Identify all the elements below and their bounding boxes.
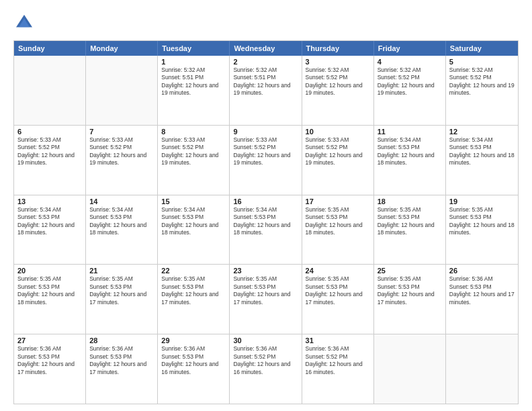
day-cell-25: 25Sunrise: 5:35 AM Sunset: 5:53 PM Dayli… [374, 265, 446, 334]
day-info: Sunrise: 5:35 AM Sunset: 5:53 PM Dayligh… [89, 275, 154, 306]
day-cell-1: 1Sunrise: 5:32 AM Sunset: 5:51 PM Daylig… [158, 56, 230, 125]
calendar: SundayMondayTuesdayWednesdayThursdayFrid… [13, 40, 519, 404]
header [13, 12, 519, 34]
header-day-sunday: Sunday [14, 41, 86, 56]
day-number: 23 [233, 267, 298, 275]
day-info: Sunrise: 5:34 AM Sunset: 5:53 PM Dayligh… [378, 136, 442, 167]
calendar-body: 1Sunrise: 5:32 AM Sunset: 5:51 PM Daylig… [14, 56, 518, 404]
day-info: Sunrise: 5:32 AM Sunset: 5:52 PM Dayligh… [449, 66, 515, 97]
header-day-monday: Monday [86, 41, 158, 56]
day-number: 16 [233, 197, 298, 205]
header-day-wednesday: Wednesday [230, 41, 302, 56]
day-cell-17: 17Sunrise: 5:35 AM Sunset: 5:53 PM Dayli… [302, 195, 374, 265]
day-cell-29: 29Sunrise: 5:36 AM Sunset: 5:53 PM Dayli… [158, 334, 230, 404]
empty-cell [446, 334, 518, 404]
day-number: 10 [306, 128, 370, 136]
header-day-friday: Friday [374, 41, 446, 56]
calendar-row-4: 27Sunrise: 5:36 AM Sunset: 5:53 PM Dayli… [14, 334, 518, 404]
day-info: Sunrise: 5:35 AM Sunset: 5:53 PM Dayligh… [306, 275, 370, 306]
day-info: Sunrise: 5:35 AM Sunset: 5:53 PM Dayligh… [306, 206, 370, 237]
day-cell-21: 21Sunrise: 5:35 AM Sunset: 5:53 PM Dayli… [86, 265, 158, 334]
header-day-thursday: Thursday [302, 41, 374, 56]
day-info: Sunrise: 5:35 AM Sunset: 5:53 PM Dayligh… [378, 275, 442, 306]
day-cell-18: 18Sunrise: 5:35 AM Sunset: 5:53 PM Dayli… [374, 195, 446, 265]
day-number: 11 [378, 128, 442, 136]
day-cell-10: 10Sunrise: 5:33 AM Sunset: 5:52 PM Dayli… [302, 126, 374, 195]
day-number: 12 [449, 128, 515, 136]
calendar-header: SundayMondayTuesdayWednesdayThursdayFrid… [14, 41, 518, 56]
day-cell-30: 30Sunrise: 5:36 AM Sunset: 5:52 PM Dayli… [230, 334, 302, 404]
day-info: Sunrise: 5:35 AM Sunset: 5:53 PM Dayligh… [449, 206, 515, 237]
header-day-saturday: Saturday [446, 41, 518, 56]
day-info: Sunrise: 5:34 AM Sunset: 5:53 PM Dayligh… [449, 136, 515, 167]
day-cell-2: 2Sunrise: 5:32 AM Sunset: 5:51 PM Daylig… [230, 56, 302, 125]
day-cell-22: 22Sunrise: 5:35 AM Sunset: 5:53 PM Dayli… [158, 265, 230, 334]
day-info: Sunrise: 5:36 AM Sunset: 5:53 PM Dayligh… [17, 345, 82, 376]
day-info: Sunrise: 5:33 AM Sunset: 5:52 PM Dayligh… [161, 136, 226, 167]
empty-cell [86, 56, 158, 125]
empty-cell [14, 56, 86, 125]
day-cell-9: 9Sunrise: 5:33 AM Sunset: 5:52 PM Daylig… [230, 126, 302, 195]
day-number: 29 [161, 336, 226, 345]
day-number: 31 [306, 336, 370, 345]
day-cell-5: 5Sunrise: 5:32 AM Sunset: 5:52 PM Daylig… [446, 56, 518, 125]
day-info: Sunrise: 5:34 AM Sunset: 5:53 PM Dayligh… [89, 206, 154, 237]
day-info: Sunrise: 5:36 AM Sunset: 5:53 PM Dayligh… [449, 275, 515, 306]
day-cell-20: 20Sunrise: 5:35 AM Sunset: 5:53 PM Dayli… [14, 265, 86, 334]
logo [13, 12, 38, 34]
day-number: 30 [233, 336, 298, 345]
empty-cell [374, 334, 446, 404]
day-cell-26: 26Sunrise: 5:36 AM Sunset: 5:53 PM Dayli… [446, 265, 518, 334]
day-info: Sunrise: 5:35 AM Sunset: 5:53 PM Dayligh… [233, 275, 298, 306]
day-info: Sunrise: 5:33 AM Sunset: 5:52 PM Dayligh… [306, 136, 370, 167]
calendar-row-3: 20Sunrise: 5:35 AM Sunset: 5:53 PM Dayli… [14, 264, 518, 334]
day-number: 27 [17, 336, 82, 345]
day-info: Sunrise: 5:32 AM Sunset: 5:51 PM Dayligh… [233, 66, 298, 97]
day-cell-14: 14Sunrise: 5:34 AM Sunset: 5:53 PM Dayli… [86, 195, 158, 265]
day-cell-15: 15Sunrise: 5:34 AM Sunset: 5:53 PM Dayli… [158, 195, 230, 265]
day-number: 18 [378, 197, 442, 205]
day-info: Sunrise: 5:36 AM Sunset: 5:53 PM Dayligh… [89, 345, 154, 376]
day-cell-31: 31Sunrise: 5:36 AM Sunset: 5:52 PM Dayli… [302, 334, 374, 404]
day-info: Sunrise: 5:36 AM Sunset: 5:52 PM Dayligh… [233, 345, 298, 376]
day-number: 2 [233, 58, 298, 66]
header-day-tuesday: Tuesday [158, 41, 230, 56]
day-number: 15 [161, 197, 226, 205]
day-cell-24: 24Sunrise: 5:35 AM Sunset: 5:53 PM Dayli… [302, 265, 374, 334]
day-cell-28: 28Sunrise: 5:36 AM Sunset: 5:53 PM Dayli… [86, 334, 158, 404]
day-info: Sunrise: 5:32 AM Sunset: 5:52 PM Dayligh… [306, 66, 370, 97]
day-cell-27: 27Sunrise: 5:36 AM Sunset: 5:53 PM Dayli… [14, 334, 86, 404]
day-number: 3 [306, 58, 370, 66]
day-info: Sunrise: 5:33 AM Sunset: 5:52 PM Dayligh… [89, 136, 154, 167]
day-info: Sunrise: 5:34 AM Sunset: 5:53 PM Dayligh… [233, 206, 298, 237]
day-info: Sunrise: 5:33 AM Sunset: 5:52 PM Dayligh… [17, 136, 82, 167]
day-cell-16: 16Sunrise: 5:34 AM Sunset: 5:53 PM Dayli… [230, 195, 302, 265]
day-number: 28 [89, 336, 154, 345]
day-info: Sunrise: 5:36 AM Sunset: 5:53 PM Dayligh… [161, 345, 226, 376]
day-cell-23: 23Sunrise: 5:35 AM Sunset: 5:53 PM Dayli… [230, 265, 302, 334]
logo-icon [13, 12, 35, 34]
day-number: 13 [17, 197, 82, 205]
day-number: 17 [306, 197, 370, 205]
day-number: 1 [161, 58, 226, 66]
day-info: Sunrise: 5:34 AM Sunset: 5:53 PM Dayligh… [17, 206, 82, 237]
day-info: Sunrise: 5:36 AM Sunset: 5:52 PM Dayligh… [306, 345, 370, 376]
day-number: 4 [378, 58, 442, 66]
day-info: Sunrise: 5:33 AM Sunset: 5:52 PM Dayligh… [233, 136, 298, 167]
day-number: 14 [89, 197, 154, 205]
day-number: 9 [233, 128, 298, 136]
calendar-row-1: 6Sunrise: 5:33 AM Sunset: 5:52 PM Daylig… [14, 125, 518, 195]
day-number: 22 [161, 267, 226, 275]
day-cell-13: 13Sunrise: 5:34 AM Sunset: 5:53 PM Dayli… [14, 195, 86, 265]
day-number: 5 [449, 58, 515, 66]
day-number: 25 [378, 267, 442, 275]
day-info: Sunrise: 5:35 AM Sunset: 5:53 PM Dayligh… [378, 206, 442, 237]
calendar-row-2: 13Sunrise: 5:34 AM Sunset: 5:53 PM Dayli… [14, 195, 518, 265]
day-info: Sunrise: 5:32 AM Sunset: 5:52 PM Dayligh… [378, 66, 442, 97]
day-info: Sunrise: 5:35 AM Sunset: 5:53 PM Dayligh… [17, 275, 82, 306]
day-cell-6: 6Sunrise: 5:33 AM Sunset: 5:52 PM Daylig… [14, 126, 86, 195]
day-number: 6 [17, 128, 82, 136]
day-cell-8: 8Sunrise: 5:33 AM Sunset: 5:52 PM Daylig… [158, 126, 230, 195]
day-number: 24 [306, 267, 370, 275]
day-number: 26 [449, 267, 515, 275]
